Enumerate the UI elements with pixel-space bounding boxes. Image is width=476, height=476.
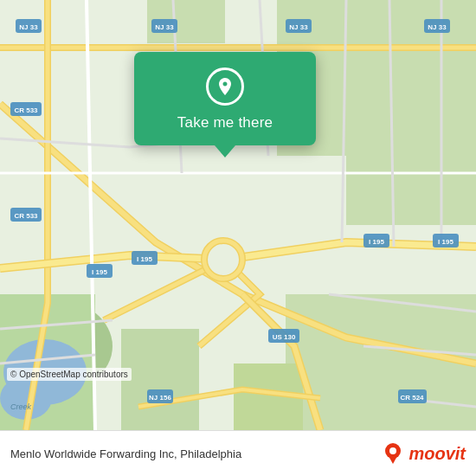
svg-rect-6: [121, 329, 199, 430]
svg-text:NJ 33: NJ 33: [155, 23, 174, 31]
pin-icon-circle: [206, 68, 244, 106]
svg-text:I 195: I 195: [92, 268, 107, 276]
svg-point-42: [389, 447, 396, 454]
business-name-label: Menlo Worldwide Forwarding Inc, Philadel…: [10, 447, 381, 460]
svg-text:US 130: US 130: [273, 333, 296, 341]
svg-text:I 195: I 195: [137, 255, 152, 263]
footer-bar: Menlo Worldwide Forwarding Inc, Philadel…: [0, 430, 476, 476]
svg-text:NJ 33: NJ 33: [19, 23, 38, 31]
svg-text:NJ 33: NJ 33: [428, 23, 447, 31]
svg-marker-41: [389, 456, 397, 464]
moovit-brand-text: moovit: [408, 444, 466, 464]
svg-text:NJ 156: NJ 156: [149, 394, 171, 402]
svg-text:CR 533: CR 533: [14, 106, 38, 114]
moovit-logo: moovit: [381, 441, 466, 466]
svg-text:CR 533: CR 533: [14, 212, 38, 220]
take-me-there-button[interactable]: Take me there: [177, 114, 273, 132]
moovit-icon: [381, 441, 405, 466]
svg-text:I 195: I 195: [438, 238, 453, 246]
map-view: NJ 33 NJ 33 NJ 33 NJ 33 CR 533 CR 533 I …: [0, 0, 476, 430]
svg-text:I 195: I 195: [369, 238, 384, 246]
svg-text:Creek: Creek: [10, 402, 32, 411]
navigation-popup[interactable]: Take me there: [134, 52, 316, 145]
svg-text:CR 524: CR 524: [400, 394, 424, 402]
svg-text:NJ 33: NJ 33: [289, 23, 308, 31]
map-attribution: © OpenStreetMap contributors: [7, 368, 132, 381]
location-pin-icon: [215, 76, 235, 97]
